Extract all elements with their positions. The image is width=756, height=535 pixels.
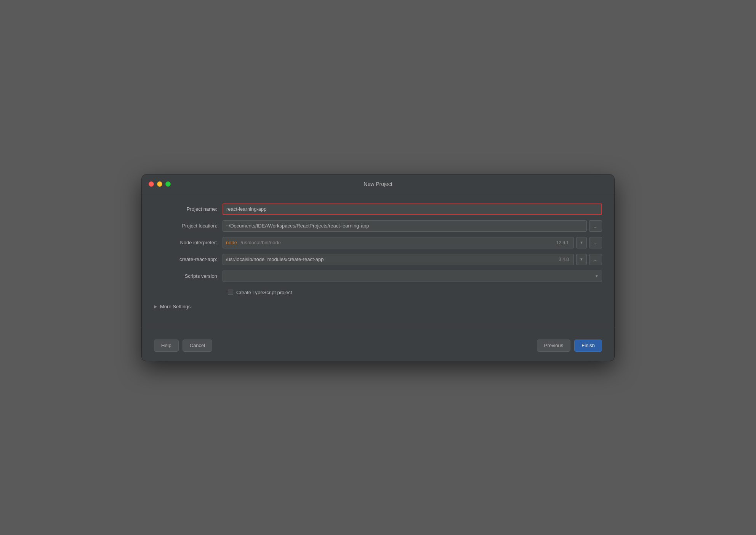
node-interpreter-value: node /usr/local/bin/node bbox=[226, 240, 281, 245]
project-location-field-wrapper: ... bbox=[223, 220, 602, 232]
create-react-app-input[interactable]: /usr/local/lib/node_modules/create-react… bbox=[223, 254, 574, 265]
scripts-version-row: Scripts version ▼ bbox=[154, 271, 602, 282]
create-react-app-field-wrapper: /usr/local/lib/node_modules/create-react… bbox=[223, 254, 602, 265]
finish-button[interactable]: Finish bbox=[574, 340, 602, 352]
minimize-button[interactable] bbox=[157, 181, 162, 187]
create-react-app-value: /usr/local/lib/node_modules/create-react… bbox=[226, 256, 324, 262]
bottom-left-buttons: Help Cancel bbox=[154, 340, 212, 352]
separator bbox=[142, 328, 614, 328]
project-name-row: Project name: bbox=[154, 203, 602, 215]
create-react-app-row: create-react-app: /usr/local/lib/node_mo… bbox=[154, 254, 602, 265]
project-name-input[interactable] bbox=[223, 203, 602, 215]
title-bar: New Project bbox=[142, 175, 614, 194]
chevron-down-icon-2: ▼ bbox=[580, 257, 583, 261]
more-settings-row[interactable]: ▶ More Settings bbox=[154, 301, 602, 312]
help-button[interactable]: Help bbox=[154, 340, 179, 352]
more-settings-label: More Settings bbox=[160, 304, 191, 309]
scripts-version-label: Scripts version bbox=[154, 273, 223, 279]
node-interpreter-input[interactable]: node /usr/local/bin/node 12.9.1 bbox=[223, 237, 574, 248]
new-project-dialog: New Project Project name: Project locati… bbox=[142, 175, 614, 361]
node-keyword: node bbox=[226, 240, 237, 245]
create-react-app-version-badge: 3.4.0 bbox=[559, 257, 569, 262]
form-content: Project name: Project location: ... Node… bbox=[142, 194, 614, 328]
node-interpreter-field-wrapper: node /usr/local/bin/node 12.9.1 ▼ ... bbox=[223, 237, 602, 248]
close-button[interactable] bbox=[149, 181, 154, 187]
project-location-label: Project location: bbox=[154, 223, 223, 229]
scripts-version-field-wrapper: ▼ bbox=[223, 271, 602, 282]
project-name-field-wrapper bbox=[223, 203, 602, 215]
project-location-input[interactable] bbox=[223, 220, 587, 232]
node-path: /usr/local/bin/node bbox=[241, 240, 281, 245]
chevron-down-icon: ▼ bbox=[580, 240, 583, 245]
maximize-button[interactable] bbox=[165, 181, 171, 187]
typescript-checkbox[interactable] bbox=[228, 290, 233, 295]
chevron-down-icon-3: ▼ bbox=[595, 274, 599, 278]
node-interpreter-row: Node interpreter: node /usr/local/bin/no… bbox=[154, 237, 602, 248]
traffic-lights bbox=[149, 181, 171, 187]
scripts-version-input[interactable]: ▼ bbox=[223, 271, 602, 282]
project-location-browse-button[interactable]: ... bbox=[589, 220, 602, 232]
previous-button[interactable]: Previous bbox=[537, 340, 571, 352]
node-interpreter-dropdown-button[interactable]: ▼ bbox=[576, 237, 587, 248]
create-react-app-dropdown-button[interactable]: ▼ bbox=[576, 254, 587, 265]
bottom-right-buttons: Previous Finish bbox=[537, 340, 602, 352]
typescript-label: Create TypeScript project bbox=[236, 290, 292, 295]
node-interpreter-browse-button[interactable]: ... bbox=[589, 237, 602, 248]
typescript-row: Create TypeScript project bbox=[228, 290, 602, 295]
project-location-row: Project location: ... bbox=[154, 220, 602, 232]
node-interpreter-label: Node interpreter: bbox=[154, 240, 223, 245]
create-react-app-label: create-react-app: bbox=[154, 256, 223, 262]
triangle-right-icon: ▶ bbox=[154, 304, 157, 309]
project-name-label: Project name: bbox=[154, 206, 223, 212]
cancel-button[interactable]: Cancel bbox=[183, 340, 212, 352]
create-react-app-browse-button[interactable]: ... bbox=[589, 254, 602, 265]
bottom-bar: Help Cancel Previous Finish bbox=[142, 334, 614, 361]
node-version-badge: 12.9.1 bbox=[556, 240, 569, 245]
window-title: New Project bbox=[364, 181, 392, 187]
